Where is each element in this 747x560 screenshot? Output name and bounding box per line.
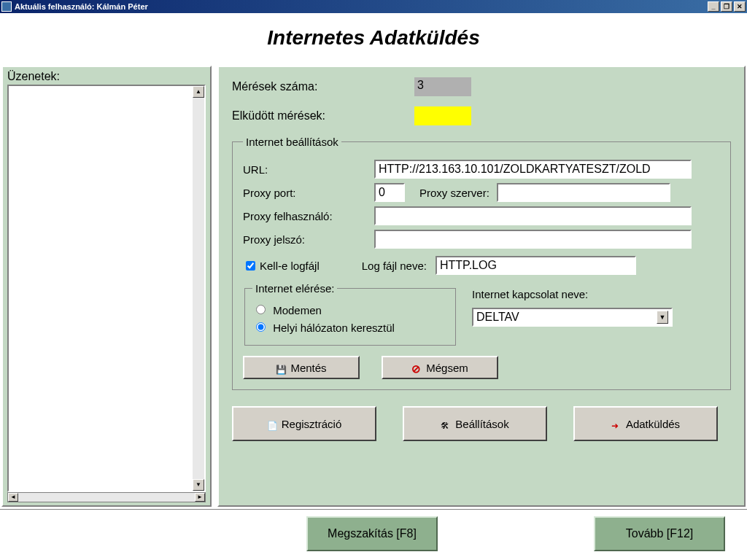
count-label: Mérések száma: <box>232 80 414 93</box>
next-label: Tovább [F12] <box>626 527 694 540</box>
app-icon <box>1 1 12 12</box>
settings-label: Beállítások <box>455 418 508 430</box>
access-lan-option[interactable]: Helyi hálózaton keresztül <box>252 320 448 334</box>
log-name-label: Log fájl neve: <box>362 260 427 272</box>
log-check-label: Kell-e logfájl <box>260 260 320 272</box>
proxy-port-label: Proxy port: <box>243 187 374 199</box>
send-button[interactable]: Adatküldés <box>573 406 718 441</box>
scroll-right-button[interactable]: ► <box>195 493 205 502</box>
sent-label: Elküdött mérések: <box>232 109 414 122</box>
close-button[interactable]: ✕ <box>734 1 746 12</box>
access-lan-radio[interactable] <box>256 322 266 332</box>
proxy-user-input[interactable] <box>374 206 692 225</box>
settings-icon <box>441 419 451 429</box>
proxy-pass-input[interactable] <box>374 230 692 249</box>
messages-panel: Üzenetek: ▲ ▼ ◄ ► <box>1 66 212 507</box>
send-icon <box>611 419 622 429</box>
scroll-up-button[interactable]: ▲ <box>193 86 204 98</box>
scroll-down-button[interactable]: ▼ <box>193 479 204 491</box>
minimize-button[interactable]: _ <box>708 1 719 12</box>
internet-access-group: Internet elérése: Modemen Helyi hálózato… <box>244 282 456 346</box>
log-name-input[interactable] <box>436 256 636 275</box>
window-title: Aktuális felhasználó: Kálmán Péter <box>15 2 148 11</box>
access-lan-label: Helyi hálózaton keresztül <box>273 322 395 334</box>
proxy-server-label: Proxy szerver: <box>419 187 489 199</box>
settings-legend: Internet beállítások <box>243 136 341 148</box>
save-icon <box>276 362 286 373</box>
next-button[interactable]: Tovább [F12] <box>594 516 725 551</box>
cancel-icon <box>411 362 422 373</box>
url-label: URL: <box>243 163 374 176</box>
settings-button[interactable]: Beállítások <box>403 406 547 441</box>
log-checkbox[interactable] <box>246 261 255 271</box>
cancel-label: Mégsem <box>426 362 468 374</box>
sent-value <box>414 106 471 125</box>
bottom-bar: Megszakítás [F8] Tovább [F12] <box>0 509 747 557</box>
chevron-down-icon[interactable]: ▼ <box>657 311 668 324</box>
send-label: Adatküldés <box>626 418 680 430</box>
save-label: Mentés <box>290 362 326 374</box>
messages-textarea[interactable]: ▲ ▼ <box>7 85 206 492</box>
internet-settings-group: Internet beállítások URL: Proxy port: Pr… <box>232 136 731 390</box>
access-modem-option[interactable]: Modemen <box>252 303 448 316</box>
maximize-button[interactable]: ❐ <box>721 1 732 12</box>
connection-combo[interactable]: DELTAV ▼ <box>472 308 673 327</box>
messages-hscroll[interactable]: ◄ ► <box>7 492 206 502</box>
messages-vscroll[interactable]: ▲ ▼ <box>193 86 204 491</box>
proxy-port-input[interactable] <box>374 183 405 202</box>
connection-value: DELTAV <box>476 311 519 324</box>
page-title: Internetes Adatküldés <box>0 13 747 57</box>
count-value: 3 <box>414 77 471 96</box>
abort-label: Megszakítás [F8] <box>328 527 417 540</box>
url-input[interactable] <box>374 160 692 179</box>
main-panel: Mérések száma: 3 Elküdött mérések: Inter… <box>217 66 746 507</box>
messages-label: Üzenetek: <box>7 70 206 83</box>
proxy-pass-label: Proxy jelszó: <box>243 233 374 246</box>
access-modem-label: Modemen <box>273 304 322 316</box>
connection-label: Internet kapcsolat neve: <box>472 288 720 300</box>
cancel-button[interactable]: Mégsem <box>382 356 498 379</box>
window-titlebar: Aktuális felhasználó: Kálmán Péter _ ❐ ✕ <box>0 0 747 13</box>
register-icon <box>267 419 277 429</box>
save-button[interactable]: Mentés <box>243 356 360 379</box>
access-modem-radio[interactable] <box>256 305 266 314</box>
access-legend: Internet elérése: <box>252 282 337 295</box>
proxy-user-label: Proxy felhasználó: <box>243 210 374 222</box>
abort-button[interactable]: Megszakítás [F8] <box>306 516 438 551</box>
register-button[interactable]: Regisztráció <box>232 406 376 441</box>
proxy-server-input[interactable] <box>497 183 670 202</box>
scroll-left-button[interactable]: ◄ <box>8 493 18 502</box>
register-label: Regisztráció <box>282 418 342 430</box>
